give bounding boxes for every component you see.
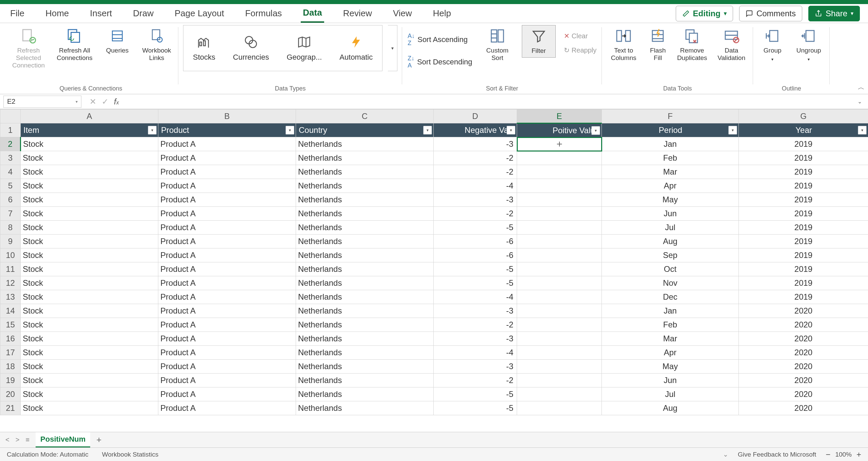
data-types-gallery[interactable]: Stocks Currencies Geograp... Automatic xyxy=(183,25,382,71)
zoom-level[interactable]: 100% xyxy=(835,451,852,458)
cell[interactable]: -3 xyxy=(434,137,517,151)
col-header-B[interactable]: B xyxy=(158,109,296,123)
add-sheet-button[interactable]: + xyxy=(96,435,101,445)
cell[interactable]: Product A xyxy=(158,248,296,262)
row-header-15[interactable]: 15 xyxy=(0,318,21,332)
cell[interactable]: Stock xyxy=(21,276,158,290)
row-header-16[interactable]: 16 xyxy=(0,332,21,346)
cell[interactable]: Product A xyxy=(158,207,296,221)
cell[interactable]: Sep xyxy=(602,248,739,262)
cell[interactable] xyxy=(517,262,602,276)
row-header-20[interactable]: 20 xyxy=(0,387,21,401)
cell[interactable] xyxy=(517,360,602,374)
cell[interactable]: Netherlands xyxy=(296,290,434,304)
row-header-1[interactable]: 1 xyxy=(0,123,21,137)
cell[interactable] xyxy=(517,179,602,193)
collapse-ribbon-button[interactable]: ︿ xyxy=(858,83,865,92)
cell[interactable]: Jul xyxy=(602,387,739,401)
cell[interactable]: Apr xyxy=(602,346,739,360)
tab-formulas[interactable]: Formulas xyxy=(243,5,284,22)
cell[interactable]: Stock xyxy=(21,318,158,332)
row-header-18[interactable]: 18 xyxy=(0,360,21,374)
cell[interactable]: 2020 xyxy=(739,332,868,346)
sort-ascending-button[interactable]: A↓Z Sort Ascending xyxy=(407,31,473,48)
name-box[interactable]: E2 ▾ xyxy=(3,96,81,108)
cell[interactable]: Oct xyxy=(602,262,739,276)
table-header-cell[interactable]: Country▾ xyxy=(296,123,434,137)
cell[interactable]: Jul xyxy=(602,221,739,235)
cell[interactable]: Netherlands xyxy=(296,360,434,374)
cell[interactable]: -5 xyxy=(434,221,517,235)
cell[interactable] xyxy=(517,248,602,262)
cell[interactable]: -3 xyxy=(434,193,517,207)
row-header-11[interactable]: 11 xyxy=(0,262,21,276)
cell[interactable]: 2019 xyxy=(739,207,868,221)
cell[interactable]: 2019 xyxy=(739,193,868,207)
cell[interactable]: Netherlands xyxy=(296,179,434,193)
zoom-out-button[interactable]: − xyxy=(826,450,830,459)
cell[interactable] xyxy=(517,290,602,304)
cell[interactable] xyxy=(517,276,602,290)
formula-input[interactable] xyxy=(124,96,857,108)
row-header-7[interactable]: 7 xyxy=(0,207,21,221)
cell[interactable]: 2020 xyxy=(739,304,868,318)
cell[interactable]: Stock xyxy=(21,207,158,221)
cell[interactable]: 2019 xyxy=(739,262,868,276)
next-sheet-button[interactable]: > xyxy=(16,436,20,444)
col-header-A[interactable]: A xyxy=(21,109,158,123)
table-header-cell[interactable]: Period▾ xyxy=(602,123,739,137)
spreadsheet-grid[interactable]: ABCDEFG 1Item▾Product▾Country▾Negative V… xyxy=(0,109,868,432)
cell[interactable]: -2 xyxy=(434,318,517,332)
cell[interactable]: 2019 xyxy=(739,151,868,165)
table-header-cell[interactable]: Year▾ xyxy=(739,123,868,137)
cell[interactable]: Aug xyxy=(602,235,739,248)
cell[interactable]: Stock xyxy=(21,401,158,415)
cell[interactable] xyxy=(517,235,602,248)
cell[interactable]: 2019 xyxy=(739,165,868,179)
cell[interactable]: Product A xyxy=(158,346,296,360)
cell[interactable]: Jun xyxy=(602,207,739,221)
feedback-link[interactable]: Give Feedback to Microsoft xyxy=(738,451,816,458)
row-header-6[interactable]: 6 xyxy=(0,193,21,207)
flash-fill-button[interactable]: Flash Fill xyxy=(646,25,670,63)
cell[interactable]: 2019 xyxy=(739,221,868,235)
cell[interactable]: 2019 xyxy=(739,179,868,193)
cell[interactable]: Product A xyxy=(158,165,296,179)
cell[interactable]: Product A xyxy=(158,332,296,346)
table-header-cell[interactable]: Poitive Value▾ xyxy=(517,123,602,137)
cell[interactable] xyxy=(517,165,602,179)
tab-draw[interactable]: Draw xyxy=(131,5,156,22)
cell[interactable]: Stock xyxy=(21,193,158,207)
cell[interactable]: Stock xyxy=(21,290,158,304)
cell[interactable]: Netherlands xyxy=(296,207,434,221)
status-menu[interactable]: ⌄ xyxy=(723,450,728,458)
cell[interactable]: Stock xyxy=(21,248,158,262)
cell[interactable]: Stock xyxy=(21,235,158,248)
filter-dropdown-icon[interactable]: ▾ xyxy=(423,126,432,135)
cell[interactable]: Product A xyxy=(158,179,296,193)
col-header-D[interactable]: D xyxy=(434,109,517,123)
currencies-type[interactable]: Currencies xyxy=(233,35,269,62)
cell[interactable]: 2019 xyxy=(739,137,868,151)
cell[interactable]: 2020 xyxy=(739,346,868,360)
cell[interactable]: Stock xyxy=(21,332,158,346)
queries-button[interactable]: Queries xyxy=(100,25,134,56)
cell[interactable] xyxy=(517,137,602,151)
cell[interactable]: -2 xyxy=(434,374,517,387)
cell[interactable]: Product A xyxy=(158,290,296,304)
filter-dropdown-icon[interactable]: ▾ xyxy=(591,126,600,135)
cell[interactable]: Netherlands xyxy=(296,262,434,276)
table-header-cell[interactable]: Product▾ xyxy=(158,123,296,137)
cell[interactable]: May xyxy=(602,360,739,374)
cell[interactable]: -4 xyxy=(434,346,517,360)
custom-sort-button[interactable]: Custom Sort xyxy=(480,25,514,63)
cell[interactable]: Netherlands xyxy=(296,151,434,165)
cell[interactable]: 2020 xyxy=(739,360,868,374)
select-all-corner[interactable] xyxy=(0,109,21,123)
cell[interactable]: Netherlands xyxy=(296,318,434,332)
row-header-9[interactable]: 9 xyxy=(0,235,21,248)
row-header-3[interactable]: 3 xyxy=(0,151,21,165)
editing-mode-button[interactable]: Editing ▾ xyxy=(676,6,733,21)
cell[interactable]: Netherlands xyxy=(296,193,434,207)
cell[interactable]: Product A xyxy=(158,221,296,235)
